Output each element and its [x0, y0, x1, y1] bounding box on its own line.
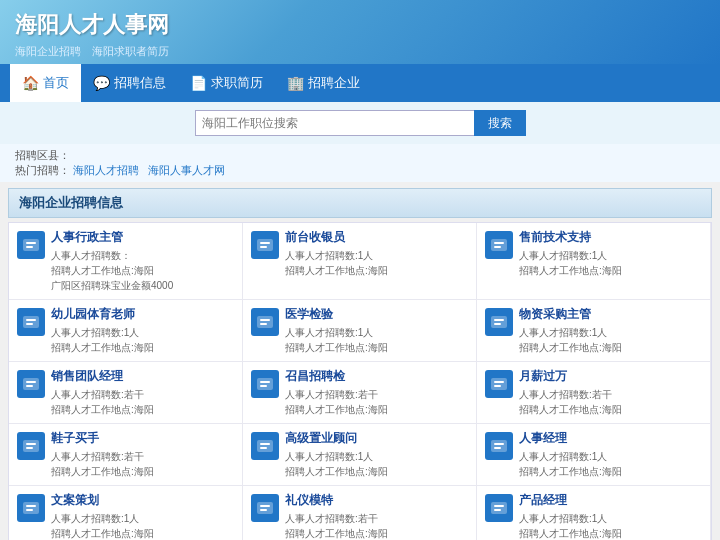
job-info: 人事行政主管人事人才招聘数：招聘人才工作地点:海阳广阳区招聘珠宝业金额4000 — [51, 229, 234, 293]
job-detail-1: 人事人才招聘数:1人 — [285, 449, 468, 464]
svg-rect-9 — [23, 316, 39, 328]
nav-label-resume: 求职简历 — [211, 74, 263, 92]
svg-rect-35 — [494, 447, 501, 449]
building-icon: 🏢 — [287, 75, 304, 91]
job-item[interactable]: 礼仪模特人事人才招聘数:若干招聘人才工作地点:海阳 — [243, 486, 477, 540]
svg-rect-36 — [23, 502, 39, 514]
job-item[interactable]: 人事行政主管人事人才招聘数：招聘人才工作地点:海阳广阳区招聘珠宝业金额4000 — [9, 223, 243, 300]
job-info: 月薪过万人事人才招聘数:若干招聘人才工作地点:海阳 — [519, 368, 702, 417]
svg-rect-34 — [494, 443, 504, 445]
nav-item-home[interactable]: 🏠 首页 — [10, 64, 81, 102]
job-title: 高级置业顾问 — [285, 430, 468, 447]
job-detail-2: 招聘人才工作地点:海阳 — [285, 402, 468, 417]
job-item[interactable]: 高级置业顾问人事人才招聘数:1人招聘人才工作地点:海阳 — [243, 424, 477, 486]
job-detail-1: 人事人才招聘数:若干 — [51, 449, 234, 464]
svg-rect-22 — [260, 381, 270, 383]
svg-rect-8 — [494, 246, 501, 248]
job-icon — [17, 370, 45, 398]
svg-rect-17 — [494, 323, 501, 325]
job-icon — [17, 308, 45, 336]
job-detail-2: 招聘人才工作地点:海阳 — [285, 340, 468, 355]
svg-rect-27 — [23, 440, 39, 452]
job-detail-2: 招聘人才工作地点:海阳 — [285, 263, 468, 278]
job-item[interactable]: 物资采购主管人事人才招聘数:1人招聘人才工作地点:海阳 — [477, 300, 711, 362]
job-title: 人事经理 — [519, 430, 702, 447]
job-item[interactable]: 销售团队经理人事人才招聘数:若干招聘人才工作地点:海阳 — [9, 362, 243, 424]
job-info: 售前技术支持人事人才招聘数:1人招聘人才工作地点:海阳 — [519, 229, 702, 278]
svg-rect-20 — [26, 385, 33, 387]
svg-rect-11 — [26, 323, 33, 325]
job-detail-2: 招聘人才工作地点:海阳 — [519, 402, 702, 417]
nav-item-enterprise[interactable]: 🏢 招聘企业 — [275, 64, 372, 102]
job-detail-2: 招聘人才工作地点:海阳 — [519, 526, 702, 540]
hot-recruit-label: 热门招聘： — [15, 164, 70, 176]
nav-item-recruit[interactable]: 💬 招聘信息 — [81, 64, 178, 102]
job-detail-2: 招聘人才工作地点:海阳 — [285, 526, 468, 540]
job-detail-1: 人事人才招聘数:1人 — [285, 325, 468, 340]
job-grid: 人事行政主管人事人才招聘数：招聘人才工作地点:海阳广阳区招聘珠宝业金额4000前… — [8, 222, 712, 540]
job-info: 医学检验人事人才招聘数:1人招聘人才工作地点:海阳 — [285, 306, 468, 355]
job-info: 人事经理人事人才招聘数:1人招聘人才工作地点:海阳 — [519, 430, 702, 479]
svg-rect-40 — [260, 505, 270, 507]
job-title: 鞋子买手 — [51, 430, 234, 447]
nav-item-resume[interactable]: 📄 求职简历 — [178, 64, 275, 102]
svg-rect-18 — [23, 378, 39, 390]
job-detail-1: 人事人才招聘数:若干 — [51, 387, 234, 402]
job-info: 产品经理人事人才招聘数:1人招聘人才工作地点:海阳 — [519, 492, 702, 540]
job-detail-2: 招聘人才工作地点:海阳 — [51, 340, 234, 355]
job-detail-2: 招聘人才工作地点:海阳 — [51, 263, 234, 278]
search-button[interactable]: 搜索 — [474, 110, 526, 136]
svg-rect-31 — [260, 443, 270, 445]
search-bar: 搜索 — [0, 102, 720, 144]
svg-rect-13 — [260, 319, 270, 321]
svg-rect-2 — [26, 246, 33, 248]
job-item[interactable]: 月薪过万人事人才招聘数:若干招聘人才工作地点:海阳 — [477, 362, 711, 424]
job-detail-2: 招聘人才工作地点:海阳 — [519, 263, 702, 278]
document-icon: 📄 — [190, 75, 207, 91]
svg-rect-37 — [26, 505, 36, 507]
job-icon — [251, 308, 279, 336]
job-title: 礼仪模特 — [285, 492, 468, 509]
recruit-area-label: 招聘区县： — [15, 149, 70, 161]
job-item[interactable]: 幼儿园体育老师人事人才招聘数:1人招聘人才工作地点:海阳 — [9, 300, 243, 362]
svg-rect-0 — [23, 239, 39, 251]
job-icon — [485, 432, 513, 460]
recruit-area: 招聘区县： 热门招聘： 海阳人才招聘 海阳人事人才网 — [0, 144, 720, 182]
job-item[interactable]: 召昌招聘检人事人才招聘数:若干招聘人才工作地点:海阳 — [243, 362, 477, 424]
svg-rect-25 — [494, 381, 504, 383]
job-item[interactable]: 医学检验人事人才招聘数:1人招聘人才工作地点:海阳 — [243, 300, 477, 362]
job-detail-2: 招聘人才工作地点:海阳 — [519, 464, 702, 479]
svg-rect-23 — [260, 385, 267, 387]
svg-rect-6 — [491, 239, 507, 251]
job-title: 医学检验 — [285, 306, 468, 323]
svg-rect-12 — [257, 316, 273, 328]
job-item[interactable]: 前台收银员人事人才招聘数:1人招聘人才工作地点:海阳 — [243, 223, 477, 300]
job-item[interactable]: 产品经理人事人才招聘数:1人招聘人才工作地点:海阳 — [477, 486, 711, 540]
job-title: 销售团队经理 — [51, 368, 234, 385]
site-title: 海阳人才人事网 — [15, 10, 705, 40]
nav-bar: 🏠 首页 💬 招聘信息 📄 求职简历 🏢 招聘企业 — [0, 64, 720, 102]
job-info: 高级置业顾问人事人才招聘数:1人招聘人才工作地点:海阳 — [285, 430, 468, 479]
svg-rect-19 — [26, 381, 36, 383]
header-link-recruit[interactable]: 海阳企业招聘 — [15, 45, 81, 57]
job-title: 产品经理 — [519, 492, 702, 509]
job-icon — [251, 494, 279, 522]
job-item[interactable]: 售前技术支持人事人才招聘数:1人招聘人才工作地点:海阳 — [477, 223, 711, 300]
job-item[interactable]: 文案策划人事人才招聘数:1人招聘人才工作地点:海阳 — [9, 486, 243, 540]
job-title: 物资采购主管 — [519, 306, 702, 323]
hot-link-1[interactable]: 海阳人才招聘 — [73, 164, 139, 176]
job-item[interactable]: 人事经理人事人才招聘数:1人招聘人才工作地点:海阳 — [477, 424, 711, 486]
job-detail-1: 人事人才招聘数:若干 — [285, 387, 468, 402]
svg-rect-5 — [260, 246, 267, 248]
job-icon — [17, 432, 45, 460]
job-info: 文案策划人事人才招聘数:1人招聘人才工作地点:海阳 — [51, 492, 234, 540]
header-link-resume[interactable]: 海阳求职者简历 — [92, 45, 169, 57]
job-detail-1: 人事人才招聘数:1人 — [519, 511, 702, 526]
svg-rect-7 — [494, 242, 504, 244]
job-icon — [485, 231, 513, 259]
hot-link-2[interactable]: 海阳人事人才网 — [148, 164, 225, 176]
job-detail-2: 招聘人才工作地点:海阳 — [519, 340, 702, 355]
search-input[interactable] — [195, 110, 475, 136]
job-item[interactable]: 鞋子买手人事人才招聘数:若干招聘人才工作地点:海阳 — [9, 424, 243, 486]
job-info: 礼仪模特人事人才招聘数:若干招聘人才工作地点:海阳 — [285, 492, 468, 540]
